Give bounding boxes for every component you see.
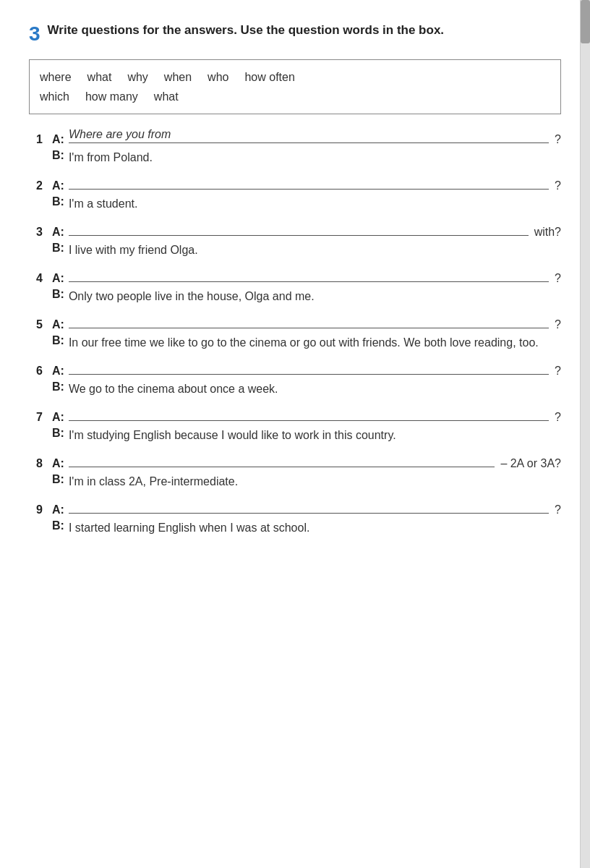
question-1-a-row: 1 A: Where are you from ? [36, 130, 561, 146]
q4-line-wrapper: ? [69, 269, 561, 285]
question-8-a-row: 8 A: – 2A or 3A? [36, 454, 561, 470]
q8-line-wrapper: – 2A or 3A? [69, 454, 561, 470]
question-3: 3 A: with? B: I live with my friend Olga… [36, 223, 561, 259]
q5-b-text: In our free time we like to go to the ci… [69, 334, 539, 352]
q6-line-wrapper: ? [69, 362, 561, 378]
page: 3 Write questions for the answers. Use t… [0, 0, 590, 868]
q2-b-text: I'm a student. [69, 195, 138, 213]
question-4-a-row: 4 A: ? [36, 269, 561, 285]
q4-b-text: Only two people live in the house, Olga … [69, 288, 315, 305]
q5-answer-line[interactable] [69, 315, 549, 328]
word-box-line1: where what why when who how often [40, 67, 550, 87]
question-1-b-row: B: I'm from Poland. [36, 149, 561, 166]
question-7: 7 A: ? B: I'm studying English because I… [36, 408, 561, 444]
q2-answer-line[interactable] [69, 176, 549, 190]
word-what2: what [154, 87, 179, 106]
word-why: why [127, 67, 148, 87]
q8-answer-line[interactable] [69, 454, 495, 467]
q7-suffix: ? [555, 411, 561, 424]
scrollbar[interactable] [580, 0, 590, 868]
question-6-a-row: 6 A: ? [36, 362, 561, 378]
q6-suffix: ? [555, 365, 561, 378]
q1-b-text: I'm from Poland. [69, 149, 153, 166]
question-9: 9 A: ? B: I started learning English whe… [36, 501, 561, 537]
q2-line-wrapper: ? [69, 176, 561, 192]
q2-suffix: ? [555, 179, 561, 192]
question-3-b-row: B: I live with my friend Olga. [36, 242, 561, 259]
q3-answer-line[interactable] [69, 223, 529, 236]
q1-line-wrapper: Where are you from ? [69, 130, 561, 146]
question-2-b-row: B: I'm a student. [36, 195, 561, 213]
question-1: 1 A: Where are you from ? B: I'm from Po… [36, 130, 561, 166]
exercise-number: 3 [29, 22, 40, 46]
question-5: 5 A: ? B: In our free time we like to go… [36, 315, 561, 352]
q4-number: 4 [36, 272, 52, 285]
q7-b-text: I'm studying English because I would lik… [69, 427, 396, 444]
q4-b-label: B: [52, 288, 64, 301]
q8-b-label: B: [52, 473, 64, 486]
questions-section: 1 A: Where are you from ? B: I'm from Po… [29, 130, 561, 537]
q2-number: 2 [36, 179, 52, 192]
q3-b-label: B: [52, 242, 64, 255]
q8-a-label: A: [52, 457, 64, 470]
question-4: 4 A: ? B: Only two people live in the ho… [36, 269, 561, 305]
q8-b-text: I'm in class 2A, Pre-intermediate. [69, 473, 238, 490]
q6-answer-line[interactable] [69, 362, 549, 375]
q9-number: 9 [36, 503, 52, 516]
q9-answer-line[interactable] [69, 501, 549, 514]
q1-number: 1 [36, 133, 52, 146]
question-9-b-row: B: I started learning English when I was… [36, 519, 561, 537]
q1-answer-line[interactable]: Where are you from [69, 130, 549, 143]
q5-number: 5 [36, 318, 52, 331]
q9-suffix: ? [555, 503, 561, 516]
question-2-a-row: 2 A: ? [36, 176, 561, 192]
q7-a-label: A: [52, 411, 64, 424]
question-6-b-row: B: We go to the cinema about once a week… [36, 380, 561, 398]
word-box-line2: which how many what [40, 87, 550, 106]
exercise-title: Write questions for the answers. Use the… [48, 22, 445, 39]
question-7-b-row: B: I'm studying English because I would … [36, 427, 561, 444]
q1-suffix: ? [555, 133, 561, 146]
q3-line-wrapper: with? [69, 223, 561, 239]
question-5-a-row: 5 A: ? [36, 315, 561, 331]
q5-suffix: ? [555, 318, 561, 331]
exercise-header: 3 Write questions for the answers. Use t… [29, 22, 561, 46]
q6-b-label: B: [52, 380, 64, 393]
q7-line-wrapper: ? [69, 408, 561, 424]
q9-a-label: A: [52, 503, 64, 516]
q3-number: 3 [36, 226, 52, 239]
question-8: 8 A: – 2A or 3A? B: I'm in class 2A, Pre… [36, 454, 561, 490]
q1-b-label: B: [52, 149, 64, 162]
word-how-many: how many [85, 87, 138, 106]
q9-b-label: B: [52, 519, 64, 532]
question-9-a-row: 9 A: ? [36, 501, 561, 516]
q5-a-label: A: [52, 318, 64, 331]
q6-b-text: We go to the cinema about once a week. [69, 380, 278, 398]
q5-line-wrapper: ? [69, 315, 561, 331]
q2-b-label: B: [52, 195, 64, 208]
q2-a-label: A: [52, 179, 64, 192]
question-3-a-row: 3 A: with? [36, 223, 561, 239]
q1-answer-text: Where are you from [69, 128, 171, 141]
scrollbar-thumb[interactable] [581, 0, 590, 43]
q3-b-text: I live with my friend Olga. [69, 242, 198, 259]
q4-suffix: ? [555, 272, 561, 285]
question-8-b-row: B: I'm in class 2A, Pre-intermediate. [36, 473, 561, 490]
q1-a-label: A: [52, 133, 64, 146]
q4-a-label: A: [52, 272, 64, 285]
word-where: where [40, 67, 72, 87]
question-7-a-row: 7 A: ? [36, 408, 561, 424]
q9-line-wrapper: ? [69, 501, 561, 516]
q8-number: 8 [36, 457, 52, 470]
q7-b-label: B: [52, 427, 64, 440]
q9-b-text: I started learning English when I was at… [69, 519, 310, 537]
word-how-often: how often [244, 67, 294, 87]
word-which: which [40, 87, 69, 106]
q5-b-label: B: [52, 334, 64, 347]
word-box: where what why when who how often which … [29, 59, 561, 114]
q4-answer-line[interactable] [69, 269, 549, 282]
question-4-b-row: B: Only two people live in the house, Ol… [36, 288, 561, 305]
q3-suffix: with? [534, 226, 561, 239]
q7-answer-line[interactable] [69, 408, 549, 421]
q8-suffix: – 2A or 3A? [500, 457, 561, 470]
